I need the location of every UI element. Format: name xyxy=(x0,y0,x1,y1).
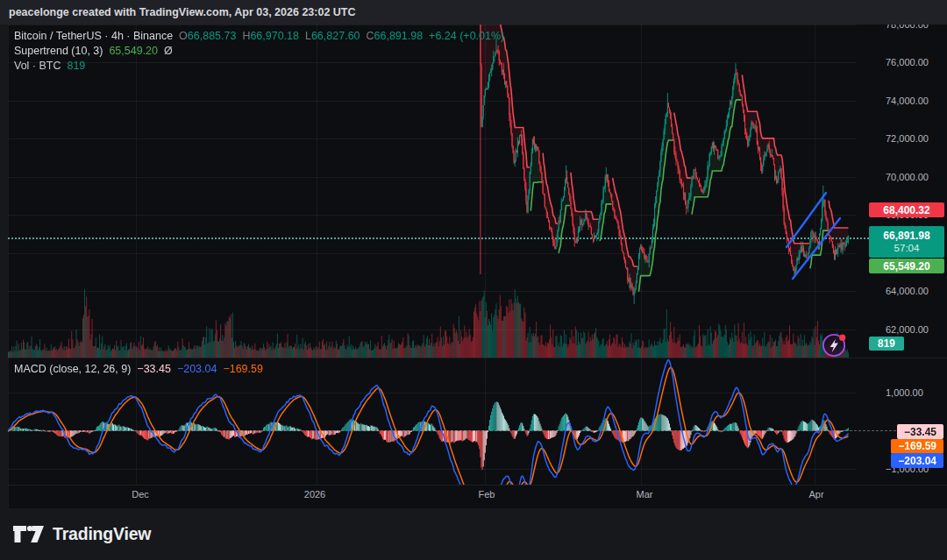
pane-separator[interactable] xyxy=(8,358,947,358)
volume-row[interactable]: Vol · BTC 819 xyxy=(14,59,504,74)
symbol-row[interactable]: Bitcoin / TetherUS · 4h · Binance O66,88… xyxy=(14,29,504,44)
macd-name[interactable]: MACD (close, 12, 26, 9) xyxy=(14,363,131,375)
open-value: 66,885.73 xyxy=(188,30,237,42)
time-axis-label: Dec xyxy=(132,489,149,500)
macd-hist-badge: −33.45 xyxy=(897,424,943,439)
watermark-bar: peacelonge created with TradingView.com,… xyxy=(0,0,947,25)
notification-dot xyxy=(839,335,845,341)
time-axis-label: Apr xyxy=(808,489,823,500)
time-axis-label: Mar xyxy=(637,489,653,500)
open-label: O xyxy=(179,30,188,42)
price-axis-label: 72,000.00 xyxy=(886,133,929,144)
supertrend-lower-badge: 65,549.20 xyxy=(869,259,944,273)
last-price-badge: 66,891.9857:04 xyxy=(869,226,944,258)
time-axis-label: 2026 xyxy=(304,489,325,500)
symbol-title[interactable]: Bitcoin / TetherUS · 4h · Binance xyxy=(14,30,173,42)
supertrend-upper-badge: 68,400.32 xyxy=(869,202,944,217)
price-axis-label: 76,000.00 xyxy=(886,57,929,67)
macd-pane-canvas[interactable] xyxy=(8,359,857,485)
high-value: 66,970.18 xyxy=(250,30,299,42)
main-legend: Bitcoin / TetherUS · 4h · Binance O66,88… xyxy=(14,29,504,74)
tradingview-chart-page: peacelonge created with TradingView.com,… xyxy=(0,0,947,560)
macd-line-value: −203.04 xyxy=(177,363,217,375)
price-axis-label: 74,000.00 xyxy=(886,96,929,106)
macd-line-badge: −203.04 xyxy=(891,453,943,468)
footer-bar: TradingView xyxy=(0,508,947,560)
lightning-button[interactable] xyxy=(821,331,848,358)
supertrend-name[interactable]: Supertrend (10, 3) xyxy=(14,45,103,57)
macd-signal-badge: −169.59 xyxy=(891,439,943,454)
close-label: C xyxy=(366,30,374,42)
price-axis-label: 70,000.00 xyxy=(886,172,929,182)
watermark-text: peacelonge created with TradingView.com,… xyxy=(9,6,356,18)
supertrend-value: 65,549.20 xyxy=(109,45,158,57)
macd-signal-value: −169.59 xyxy=(223,363,263,375)
close-value: 66,891.98 xyxy=(374,30,424,42)
price-axis-label: 64,000.00 xyxy=(886,286,929,296)
low-label: L xyxy=(305,30,311,42)
supertrend-status-icon: Ø xyxy=(164,45,173,57)
tradingview-logo-text: TradingView xyxy=(53,524,151,544)
low-value: 66,827.60 xyxy=(311,30,360,42)
tradingview-logo-icon xyxy=(12,523,45,545)
macd-hist-value: −33.45 xyxy=(137,363,171,375)
main-chart-canvas[interactable] xyxy=(8,25,857,358)
price-axis-label: 1,000.00 xyxy=(886,387,923,398)
volume-value: 819 xyxy=(67,60,85,72)
price-axis-label: 62,000.00 xyxy=(886,324,929,335)
volume-name[interactable]: Vol · BTC xyxy=(14,60,61,72)
change-value: +6.24 (+0.01%) xyxy=(429,30,504,42)
volume-badge: 819 xyxy=(869,337,904,351)
time-axis-label: Feb xyxy=(479,489,495,500)
macd-legend[interactable]: MACD (close, 12, 26, 9) −33.45 −203.04 −… xyxy=(14,363,263,375)
tradingview-logo[interactable]: TradingView xyxy=(12,523,151,545)
supertrend-row[interactable]: Supertrend (10, 3) 65,549.20 Ø xyxy=(14,44,504,59)
